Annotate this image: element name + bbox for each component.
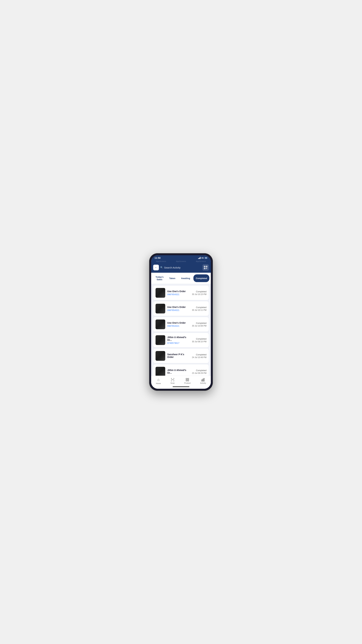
order-name-2: Use One's Order [167, 306, 190, 308]
order-date-3: 30 Jul 10:08 PM [192, 325, 206, 327]
tab-completed[interactable]: Completed [193, 274, 209, 282]
order-status-6: Completed [192, 369, 206, 372]
qr-button[interactable] [202, 264, 209, 271]
order-thumbnail-5 [156, 351, 165, 361]
order-status-3: Completed [192, 322, 206, 324]
nav-home[interactable]: ⌂ Home [153, 378, 164, 384]
svg-rect-13 [186, 380, 187, 381]
svg-rect-4 [206, 266, 207, 267]
order-name-6: Jithin U Ahmed's Or... [167, 369, 190, 374]
order-card-3[interactable]: Use One's Order 0987654321 Completed 30 … [153, 317, 209, 332]
nav-product-label: Product [184, 382, 191, 384]
order-thumbnail-3 [156, 320, 165, 329]
order-card-4[interactable]: Jithin U Ahmed's Or... 9746573617 Comple… [153, 333, 209, 347]
order-status-info-2: Completed 30 Jul 10:11 PM [192, 306, 206, 311]
home-indicator [151, 386, 211, 389]
activity-icon [201, 378, 205, 382]
home-bar [173, 386, 189, 387]
order-card-1[interactable]: Use One's Order 0987654321 Completed 30 … [153, 286, 209, 300]
order-phone-4: 9746573617 [167, 342, 190, 344]
order-status-4: Completed [192, 338, 206, 340]
watermark-1: AppScreens [156, 260, 166, 262]
order-date-2: 30 Jul 10:11 PM [192, 309, 206, 311]
order-phone-3: 0987654321 [167, 325, 190, 327]
order-date-4: 30 Jul 08:10 PM [192, 340, 206, 343]
order-name-1: Use One's Order [167, 290, 190, 293]
order-name-5: Sansheer P K's Order [167, 353, 190, 358]
signal-bars [198, 257, 201, 259]
watermark-2: AppScreens [176, 260, 186, 262]
signal-bar-1 [198, 258, 199, 259]
phone-frame: 11:50 4G 36 AppScreens AppScreens AppScr… [149, 253, 213, 391]
svg-rect-11 [186, 378, 187, 379]
status-bar: 11:50 4G 36 [151, 255, 211, 260]
orders-list: Use One's Order 0987654321 Completed 30 … [151, 284, 211, 376]
svg-rect-15 [202, 380, 202, 381]
signal-bar-2 [199, 258, 199, 259]
scan-icon [171, 378, 174, 382]
bottom-nav: ⌂ Home Scan [151, 376, 211, 386]
status-icons: 4G 36 [198, 257, 207, 259]
svg-rect-12 [188, 378, 189, 379]
order-card-6[interactable]: Jithin U Ahmed's Or... Completed 23 Jul … [153, 364, 209, 376]
nav-scan[interactable]: Scan [168, 378, 177, 384]
signal-bar-4 [200, 257, 201, 259]
order-status-info-3: Completed 30 Jul 10:08 PM [192, 322, 206, 327]
qr-scan-icon [204, 266, 207, 269]
order-date-6: 23 Jul 09:29 PM [192, 372, 206, 374]
nav-activity-label: Activity [200, 382, 206, 384]
back-arrow-icon: ← [155, 266, 157, 269]
order-date-5: 24 Jul 10:48 PM [192, 356, 206, 358]
order-card-5[interactable]: Sansheer P K's Order Completed 24 Jul 10… [153, 349, 209, 363]
order-date-1: 30 Jul 10:15 PM [192, 293, 206, 296]
tabs-container: Today's Sales Taken Awaiting Completed [151, 273, 211, 284]
svg-rect-14 [188, 380, 189, 381]
order-status-1: Completed [192, 290, 206, 293]
search-icon: 🔍 [160, 266, 163, 269]
order-status-2: Completed [192, 306, 206, 308]
nav-activity[interactable]: Activity [198, 378, 209, 384]
order-name-4: Jithin U Ahmed's Or... [167, 336, 190, 341]
header: ← 🔍 Search Activity [151, 263, 211, 273]
status-time: 11:50 [155, 256, 161, 259]
signal-bar-3 [199, 258, 200, 259]
nav-scan-label: Scan [170, 382, 175, 384]
order-info-3: Use One's Order 0987654321 [167, 322, 190, 327]
order-info-1: Use One's Order 0987654321 [167, 290, 190, 296]
order-thumbnail-2 [156, 304, 165, 314]
phone-screen: 11:50 4G 36 AppScreens AppScreens AppScr… [151, 255, 211, 389]
nav-product[interactable]: Product [182, 378, 193, 384]
order-status-5: Completed [192, 353, 206, 356]
order-info-4: Jithin U Ahmed's Or... 9746573617 [167, 336, 190, 344]
order-info-6: Jithin U Ahmed's Or... [167, 369, 190, 375]
order-phone-2: 0987654321 [167, 309, 190, 312]
svg-rect-3 [204, 266, 205, 267]
nav-home-label: Home [156, 382, 161, 384]
order-status-info-1: Completed 30 Jul 10:15 PM [192, 290, 206, 296]
order-card-2[interactable]: Use One's Order 0987654321 Completed 30 … [153, 301, 209, 316]
search-bar[interactable]: 🔍 Search Activity [160, 266, 201, 269]
watermark-bar: AppScreens AppScreens AppScreens [151, 260, 211, 263]
svg-rect-16 [203, 379, 203, 381]
network-label: 4G [201, 257, 204, 259]
order-thumbnail-4 [156, 335, 165, 345]
watermark-3: AppScreens [196, 260, 206, 262]
back-button[interactable]: ← [153, 265, 159, 270]
tab-taken[interactable]: Taken [167, 274, 178, 282]
order-status-info-6: Completed 23 Jul 09:29 PM [192, 369, 206, 374]
order-info-2: Use One's Order 0987654321 [167, 306, 190, 312]
battery-badge: 36 [204, 257, 207, 259]
search-placeholder: Search Activity [164, 266, 180, 269]
order-phone-1: 0987654321 [167, 293, 190, 296]
product-icon [186, 378, 189, 382]
svg-rect-17 [204, 378, 204, 381]
svg-rect-5 [204, 268, 205, 269]
tab-today-sales[interactable]: Today's Sales [153, 274, 166, 282]
phone-wrapper: 11:50 4G 36 AppScreens AppScreens AppScr… [146, 246, 216, 398]
order-thumbnail-6 [156, 367, 165, 376]
tab-awaiting[interactable]: Awaiting [179, 274, 192, 282]
home-icon: ⌂ [157, 378, 160, 382]
order-thumbnail-1 [156, 288, 165, 298]
order-info-5: Sansheer P K's Order [167, 353, 190, 359]
order-status-info-4: Completed 30 Jul 08:10 PM [192, 338, 206, 343]
